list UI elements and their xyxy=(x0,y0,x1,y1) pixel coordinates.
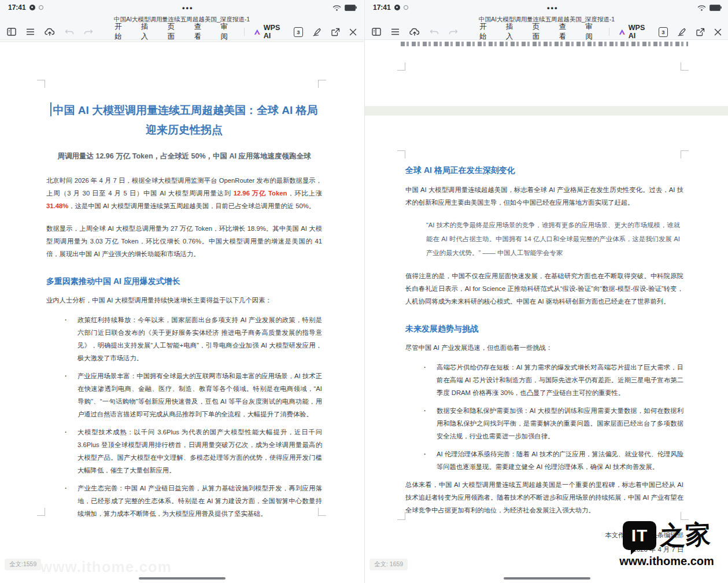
wifi-icon xyxy=(697,5,706,11)
margin-mark xyxy=(397,62,405,71)
wps-ai-button[interactable]: WPS AI xyxy=(614,24,653,40)
pen-annotate-icon[interactable] xyxy=(312,28,321,36)
menu-icon[interactable] xyxy=(391,28,400,35)
paragraph: 值得注意的是，中国不仅在应用层面快速发展，在基础研究方面也在不断取得突破。中科院… xyxy=(405,270,683,308)
tab-view[interactable]: 查看 xyxy=(187,22,213,42)
close-icon[interactable] xyxy=(349,28,357,36)
tab-insert[interactable]: 插入 xyxy=(498,22,525,42)
screen: 17:41 ••• 中国AI大模型调用量连续五周超越美国_深度报道-1 xyxy=(0,0,728,583)
document-canvas[interactable]: 全球 AI 格局正在发生深刻变化 中国 AI 大模型调用量连续超越美国，标志着全… xyxy=(365,40,728,583)
alarm-icon xyxy=(394,5,400,10)
margin-mark xyxy=(397,150,405,158)
close-icon[interactable] xyxy=(714,28,722,36)
bullet-list: 政策红利持续释放：今年以来，国家层面出台多项支持 AI 产业发展的政策，特别是六… xyxy=(46,313,322,520)
status-bar: 17:41 ••• xyxy=(0,0,364,15)
paragraph: 数据显示，上周全球 AI 大模型总调用量为 27 万亿 Token，环比增长 1… xyxy=(46,222,322,260)
battery-icon xyxy=(345,5,356,11)
paragraph: 中国 AI 大模型调用量连续超越美国，标志着全球 AI 产业格局正在发生历史性变… xyxy=(405,183,683,209)
menu-icon[interactable] xyxy=(26,28,35,35)
faint-watermark: www.ithome.com xyxy=(40,558,172,576)
tab-review[interactable]: 审阅 xyxy=(578,22,604,42)
section-heading: 多重因素推动中国 AI 应用爆发式增长 xyxy=(46,275,322,287)
cloud-upload-icon[interactable] xyxy=(409,28,420,36)
word-count-badge: 全文:1559 xyxy=(5,559,41,570)
toolbar: 开始 插入 页面 查看 审阅 WPS AI 3 xyxy=(365,24,728,40)
undo-icon[interactable] xyxy=(430,28,439,36)
margin-mark xyxy=(397,512,405,520)
right-screenshot-panel: 17:41 ••• 中国AI大模型调用量连续五周超越美国_深度报道-1 xyxy=(364,0,728,583)
wps-ai-button[interactable]: WPS AI xyxy=(249,24,288,40)
paragraph: 尽管中国 AI 产业发展迅速，但也面临着一些挑战： xyxy=(405,341,683,354)
tab-page[interactable]: 页面 xyxy=(160,22,187,42)
word-count-badge: 全文: 1659 xyxy=(369,559,408,570)
clock: 17:41 xyxy=(373,3,391,12)
margin-mark xyxy=(681,62,689,71)
wps-ai-icon xyxy=(619,28,626,36)
ithome-url: www.ithome.com xyxy=(610,555,723,568)
home-indicator[interactable] xyxy=(139,577,226,580)
wifi-icon xyxy=(332,5,341,11)
list-item: 高端芯片供给仍存在短板：AI 算力需求的爆发式增长对高端芯片提出了巨大需求，目前… xyxy=(423,361,683,399)
list-item: 数据安全和隐私保护需要加强：AI 大模型的训练和应用需要大量数据，如何在数据利用… xyxy=(423,404,683,442)
paragraph: 业内人士分析，中国 AI 大模型调用量持续快速增长主要得益于以下几个因素： xyxy=(46,294,322,307)
left-screenshot-panel: 17:41 ••• 中国AI大模型调用量连续五周超越美国_深度报道-1 xyxy=(0,0,364,583)
tab-insert[interactable]: 插入 xyxy=(134,22,160,42)
highlight-red: 12.96 万亿 Token xyxy=(234,190,287,197)
toolbar: 开始 插入 页面 查看 审阅 WPS AI 3 xyxy=(0,24,364,40)
section-heading: 未来发展趋势与挑战 xyxy=(405,323,683,334)
document-canvas[interactable]: 中国 AI 大模型调用量连续五周超越美国：全球 AI 格局迎来历史性拐点 周调用… xyxy=(0,40,364,583)
battery-icon xyxy=(709,5,720,11)
paragraph: 北京时间 2026 年 4 月 7 日，根据全球大模型调用监测平台 OpenRo… xyxy=(46,174,322,212)
status-bar: 17:41 ••• xyxy=(365,0,728,15)
closing-paragraph: 总体来看，中国 AI 大模型调用量连续五周超越美国是一个重要的里程碑，标志着中国… xyxy=(405,478,683,516)
pen-annotate-icon[interactable] xyxy=(677,28,686,36)
page-number-button[interactable]: 3 xyxy=(659,27,668,37)
tab-review[interactable]: 审阅 xyxy=(213,22,239,42)
redo-icon[interactable] xyxy=(449,28,458,36)
list-item: 政策红利持续释放：今年以来，国家层面出台多项支持 AI 产业发展的政策，特别是六… xyxy=(64,313,322,364)
ithome-logo-icon: IT xyxy=(623,521,656,550)
toolbar-divider xyxy=(244,28,245,36)
ithome-watermark: IT 之家 www.ithome.com xyxy=(610,521,723,568)
multitask-dots-icon[interactable]: ••• xyxy=(182,3,194,12)
list-item: 产业生态完善：中国 AI 产业链日益完善，从算力基础设施到模型开发，再到应用落地… xyxy=(64,482,322,520)
margin-mark xyxy=(37,80,45,88)
tab-home[interactable]: 开始 xyxy=(472,22,498,42)
clock: 17:41 xyxy=(8,3,26,12)
share-icon[interactable] xyxy=(331,28,340,36)
bullet-list: 高端芯片供给仍存在短板：AI 算力需求的爆发式增长对高端芯片提出了巨大需求，目前… xyxy=(405,361,683,473)
page-number-button[interactable]: 3 xyxy=(294,27,303,37)
reading-view-icon[interactable] xyxy=(7,28,16,36)
clipped-text-line xyxy=(401,42,688,46)
reading-view-icon[interactable] xyxy=(372,28,381,36)
home-indicator[interactable] xyxy=(504,577,590,580)
wps-ai-icon xyxy=(254,28,261,36)
list-item: 产业应用场景丰富：中国拥有全球最大的互联网市场和最丰富的应用场景，AI 技术正在… xyxy=(64,370,322,420)
share-icon[interactable] xyxy=(696,28,705,36)
article-subtitle: 周调用量达 12.96 万亿 Token，占全球近 50%，中国 AI 应用落地… xyxy=(46,149,322,164)
list-item: AI 伦理治理体系亟待完善：随着 AI 技术的广泛应用，算法偏见、就业替代、伦理… xyxy=(423,448,683,473)
alarm-icon xyxy=(29,5,35,10)
highlight-red: 31.48% xyxy=(46,202,68,209)
tab-home[interactable]: 开始 xyxy=(107,22,134,42)
ithome-logo-calligraphy: 之家 xyxy=(659,522,711,549)
redo-icon[interactable] xyxy=(84,28,93,36)
block-quote: “AI 技术的竞争最终是应用场景的竞争，谁拥有更多的应用场景、更大的市场规模，谁… xyxy=(426,218,680,260)
tab-view[interactable]: 查看 xyxy=(552,22,578,42)
tab-page[interactable]: 页面 xyxy=(525,22,552,42)
sync-status-icon xyxy=(404,5,408,10)
section-heading: 全球 AI 格局正在发生深刻变化 xyxy=(405,164,683,176)
toolbar-divider xyxy=(609,28,609,36)
undo-icon[interactable] xyxy=(65,28,74,36)
article-title: 中国 AI 大模型调用量连续五周超越美国：全球 AI 格局迎来历史性拐点 xyxy=(46,101,322,140)
multitask-dots-icon[interactable]: ••• xyxy=(547,3,559,12)
cloud-upload-icon[interactable] xyxy=(45,28,55,36)
text-cursor xyxy=(50,102,51,116)
list-item: 大模型技术成熟：以千问 3.6Plus 为代表的国产大模型性能大幅提升，近日千问… xyxy=(64,426,322,477)
margin-mark xyxy=(37,508,45,516)
sync-status-icon xyxy=(39,5,43,10)
